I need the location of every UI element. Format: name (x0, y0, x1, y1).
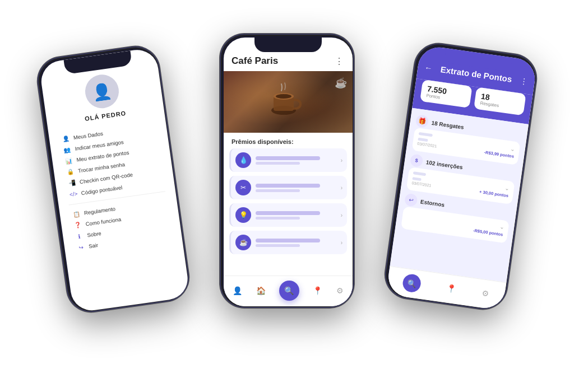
phone-center: Café Paris ⋮ (220, 34, 354, 308)
lock-icon: 🔒 (66, 169, 75, 176)
reward-line-1-2 (256, 211, 320, 215)
nav-home-icon[interactable]: 🏠 (256, 286, 266, 295)
extrato-info-ins: 03/07/2021 (411, 171, 433, 188)
menu-label-regulamento: Regulamento (84, 206, 115, 216)
section-title-insercoes: 102 inserções (425, 159, 463, 170)
user-icon: 👤 (91, 81, 113, 102)
reward-line-1-3 (256, 239, 320, 242)
menu-label-como: Como funciona (85, 216, 122, 227)
right-content: ← Extrato de Pontos ⋮ 7.550 Pontos 18 Re… (386, 45, 538, 311)
extrato-line-a0 (419, 132, 433, 137)
chevron-icon-0[interactable]: ⌄ (510, 145, 515, 152)
reward-item-0[interactable]: 💧 › (229, 148, 347, 172)
svg-point-3 (276, 94, 291, 99)
extrato-info-est (406, 213, 408, 221)
reward-line-2-1 (256, 189, 300, 192)
reward-line-1-1 (256, 184, 320, 188)
phone-center-inner: Café Paris ⋮ (224, 38, 353, 306)
section-title-estornos: Estornos (420, 198, 445, 208)
right-nav-settings-icon[interactable]: ⚙ (482, 288, 490, 298)
cafe-image: ☕ (224, 71, 353, 133)
reward-icon-1: ✂ (235, 180, 251, 195)
help-icon: ❓ (73, 222, 82, 229)
reward-item-2[interactable]: 💡 › (229, 203, 347, 227)
menu-label-codigo: Código pontuável (81, 184, 123, 196)
menu-label-dados: Meus Dados (73, 130, 103, 141)
extrato-right-0: ⌄ -R$3,99 pontos (484, 142, 515, 158)
info-icon: ℹ (75, 232, 84, 240)
menu-list: 👤 Meus Dados 👥 Indicar meus amigos 📊 Meu… (59, 122, 172, 253)
chevron-icon-est[interactable]: ⌄ (499, 224, 504, 231)
menu-label-sair: Sair (88, 242, 98, 249)
reward-arrow-3: › (341, 240, 342, 246)
reward-arrow-2: › (341, 212, 342, 218)
reward-lines-2 (256, 211, 336, 220)
phones-container: 👤 OLÁ PEDRO 👤 Meus Dados 👥 Indicar meus … (35, 17, 539, 375)
reward-line-2-2 (256, 217, 300, 220)
reward-arrow-1: › (341, 185, 342, 191)
reward-arrow-0: › (341, 157, 342, 164)
reward-list: 💧 › ✂ › (224, 148, 353, 276)
section-title-resgates: 18 Resgates (431, 119, 464, 130)
extrato-date-ins: 03/07/2021 (411, 181, 432, 188)
reward-line-2-0 (256, 162, 300, 165)
right-nav-search-button[interactable]: 🔍 (402, 273, 422, 293)
nav-location-icon[interactable]: 📍 (313, 286, 322, 295)
coffee-beans: ☕ (335, 77, 347, 89)
user-menu-icon: 👤 (61, 135, 70, 142)
reward-icon-2: 💡 (235, 207, 251, 223)
reward-lines-1 (256, 184, 336, 192)
extrato-line-b0 (418, 138, 428, 142)
logout-icon: ↪ (77, 244, 85, 251)
extrato-line-ae (407, 213, 408, 216)
extrato-line-ai (413, 171, 426, 176)
reward-line-2-3 (256, 244, 300, 247)
gift-icon: 🎁 (415, 114, 429, 128)
left-content: 👤 OLÁ PEDRO 👤 Meus Dados 👥 Indicar meus … (39, 47, 191, 313)
greeting-text: OLÁ PEDRO (84, 110, 126, 122)
extrato-line-bi (412, 177, 421, 181)
extrato-line-be (406, 218, 407, 221)
dollar-icon: $ (410, 153, 424, 167)
center-content: Café Paris ⋮ (224, 38, 353, 306)
nav-search-button[interactable]: 🔍 (279, 281, 299, 301)
premios-title: Prêmios disponíveis: (224, 133, 353, 148)
qr-icon: 📲 (68, 179, 76, 186)
return-icon: ↩ (404, 193, 418, 207)
extrato-date-0: 03/07/2021 (417, 142, 437, 148)
reward-lines-3 (256, 239, 336, 247)
rules-icon: 📋 (72, 211, 80, 218)
cafe-title: Café Paris (232, 55, 278, 67)
phone-left-inner: 👤 OLÁ PEDRO 👤 Meus Dados 👥 Indicar meus … (39, 47, 191, 313)
phone-right: ← Extrato de Pontos ⋮ 7.550 Pontos 18 Re… (382, 40, 540, 312)
extrato-body: 🎁 18 Resgates 03/07/2021 (390, 108, 529, 282)
phone-left: 👤 OLÁ PEDRO 👤 Meus Dados 👥 Indicar meus … (34, 43, 192, 315)
code-icon: </> (69, 190, 77, 198)
menu-label-sobre: Sobre (87, 230, 102, 238)
extrato-more-icon[interactable]: ⋮ (520, 76, 529, 86)
nav-profile-icon[interactable]: 👤 (233, 286, 242, 295)
avatar: 👤 (83, 72, 121, 110)
phone-right-inner: ← Extrato de Pontos ⋮ 7.550 Pontos 18 Re… (386, 45, 538, 311)
cafe-image-content (224, 71, 353, 133)
back-button[interactable]: ← (424, 63, 433, 73)
extrato-info-0: 03/07/2021 (417, 132, 438, 148)
more-options-icon[interactable]: ⋮ (335, 56, 345, 67)
extrato-right-est: ⌄ -R$5,00 pontos (473, 220, 504, 237)
chevron-icon-ins[interactable]: ⌄ (504, 185, 510, 192)
coffee-cup-svg (266, 80, 311, 124)
friends-icon: 👥 (63, 146, 71, 153)
nav-settings-icon[interactable]: ⚙ (336, 286, 344, 295)
right-nav-location-icon[interactable]: 📍 (446, 284, 457, 294)
chart-icon: 📊 (64, 157, 73, 165)
bottom-nav: 👤 🏠 🔍 📍 ⚙ (224, 276, 353, 306)
reward-lines-0 (256, 156, 336, 165)
notch-center (254, 38, 322, 52)
reward-item-1[interactable]: ✂ › (229, 176, 347, 199)
reward-icon-0: 💧 (235, 152, 251, 168)
reward-line-1-0 (256, 156, 320, 160)
reward-item-3[interactable]: ☕ › (229, 231, 347, 254)
reward-icon-3: ☕ (235, 235, 251, 250)
extrato-right-ins: ⌄ + 30,00 pontos (479, 181, 510, 198)
